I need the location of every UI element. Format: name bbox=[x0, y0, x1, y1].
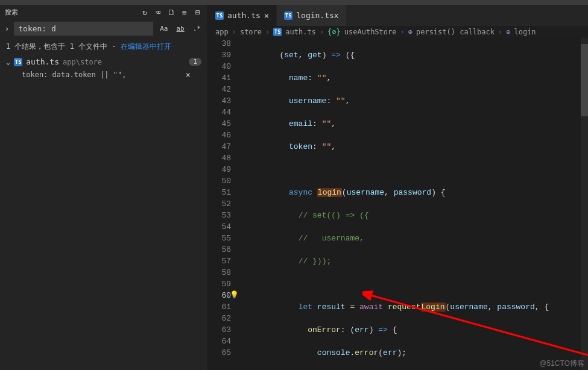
breadcrumb: app› store› TS auth.ts› {⊘} useAuthStore… bbox=[208, 26, 588, 38]
refresh-icon[interactable]: ↻ bbox=[140, 7, 150, 17]
tab-label: auth.ts bbox=[227, 11, 261, 20]
scrollbar-thumb[interactable] bbox=[581, 44, 588, 116]
tab-bar: TS auth.ts × TS login.tsx bbox=[208, 5, 588, 26]
chevron-right-icon[interactable]: › bbox=[5, 25, 9, 33]
whole-word-toggle[interactable]: ab bbox=[175, 24, 186, 33]
search-summary: 1 个结果，包含于 1 个文件中 - 在编辑器中打开 bbox=[0, 38, 207, 55]
editor-main: TS auth.ts × TS login.tsx app› store› TS… bbox=[208, 5, 588, 370]
chevron-down-icon: ⌄ bbox=[6, 58, 10, 66]
search-input[interactable] bbox=[14, 22, 153, 36]
line-gutter: 3839404142434445464748495051525354555657… bbox=[208, 38, 242, 370]
ts-icon: TS bbox=[215, 11, 224, 20]
tab-auth[interactable]: TS auth.ts × bbox=[208, 5, 277, 26]
tab-login[interactable]: TS login.tsx bbox=[277, 5, 346, 26]
collapse-icon[interactable]: ≡ bbox=[180, 7, 189, 17]
view-icon[interactable]: ⊟ bbox=[193, 7, 203, 17]
search-match-row[interactable]: token: data.token || "", × bbox=[0, 68, 207, 81]
search-file-row[interactable]: ⌄ TS auth.ts app\store 1 bbox=[0, 55, 207, 68]
menubar bbox=[0, 0, 588, 5]
ts-icon: TS bbox=[14, 58, 22, 66]
regex-toggle[interactable]: .* bbox=[191, 24, 203, 33]
tab-label: login.tsx bbox=[296, 11, 338, 20]
crumb[interactable]: login bbox=[514, 28, 536, 36]
match-text: token: data.token || "", bbox=[22, 71, 126, 79]
close-icon[interactable]: × bbox=[264, 11, 269, 20]
ts-icon: TS bbox=[284, 11, 292, 20]
crumb[interactable]: persist() callback bbox=[416, 28, 495, 36]
search-section-title: 搜索 bbox=[5, 8, 136, 17]
crumb[interactable]: store bbox=[240, 28, 262, 36]
code-content[interactable]: (set, get) => ({ name: "", username: "",… bbox=[242, 38, 581, 370]
code-editor[interactable]: 3839404142434445464748495051525354555657… bbox=[208, 38, 588, 370]
ts-icon: TS bbox=[273, 28, 282, 36]
watermark: @51CTO博客 bbox=[539, 359, 584, 369]
search-sidebar: 搜索 ↻ ⌫ 🗋 ≡ ⊟ › Aa ab .* 1 个结果，包含于 1 个文件中… bbox=[0, 5, 208, 370]
file-name: auth.ts bbox=[26, 57, 59, 66]
crumb[interactable]: useAuthStore bbox=[344, 28, 397, 36]
match-count-badge: 1 bbox=[189, 58, 201, 66]
dismiss-match-icon[interactable]: × bbox=[186, 70, 191, 80]
crumb[interactable]: auth.ts bbox=[285, 28, 316, 36]
match-case-toggle[interactable]: Aa bbox=[158, 24, 169, 33]
open-in-editor-link[interactable]: 在编辑器中打开 bbox=[121, 42, 171, 51]
clear-icon[interactable]: ⌫ bbox=[153, 7, 163, 17]
file-path: app\store bbox=[63, 58, 102, 66]
scrollbar[interactable] bbox=[581, 38, 588, 370]
crumb[interactable]: app bbox=[215, 28, 229, 36]
new-file-icon[interactable]: 🗋 bbox=[166, 7, 176, 17]
